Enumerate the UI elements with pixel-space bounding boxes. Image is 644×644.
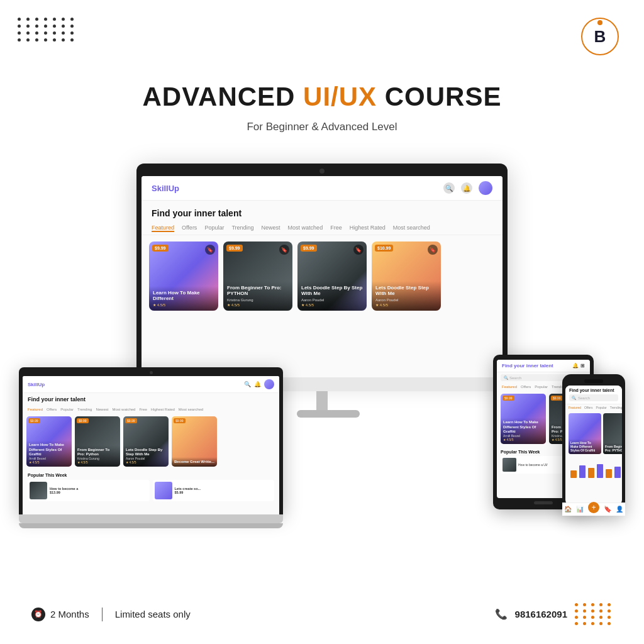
ipad-nav-popular[interactable]: Popular [535, 385, 548, 389]
laptop-card-price-1: $9.99 [28, 418, 40, 423]
iphone-nav-popular[interactable]: Popular [596, 406, 607, 409]
nav-item-most-searched[interactable]: Most searched [393, 225, 430, 232]
laptop-search-icon[interactable]: 🔍 [244, 381, 251, 387]
monitor-camera [319, 169, 325, 174]
bookmark-icon-3[interactable]: 🔖 [353, 245, 364, 255]
iphone-card-title-1: Learn How To Make Different Styles Of Gr… [570, 441, 599, 452]
course-card-1[interactable]: $9.99 🔖 Learn How To Make Different ★ 4.… [149, 242, 218, 311]
laptop-nav-popular[interactable]: Popular [60, 408, 74, 411]
ipad-card-price-2: $9.99 [551, 396, 563, 401]
laptop-notif-icon[interactable]: 🔔 [254, 381, 261, 387]
notification-icon[interactable]: 🔔 [461, 182, 472, 194]
course-card-4[interactable]: $10.99 🔖 Lets Doodle Step Step With Me A… [372, 242, 441, 311]
ipad-filter-icon[interactable]: ⊞ [580, 363, 585, 369]
laptop-card-1[interactable]: $9.99 Learn How To Make Different Styles… [26, 416, 72, 467]
card-instructor-3: Aaron Poudel [301, 298, 363, 302]
card-price-4: $10.99 [375, 245, 393, 252]
ipad-card-1[interactable]: $9.99 Learn How To Make Different Styles… [501, 394, 546, 444]
card-content-3: Lets Doodle Step By Step With Me Aaron P… [297, 281, 367, 311]
laptop-card-title-3: Lets Doodle Step By Step With Me [126, 448, 166, 457]
search-icon[interactable]: 🔍 [443, 182, 455, 194]
laptop-card-title-2: From Beginner To Pro: Python [77, 448, 118, 457]
card-title-3: Lets Doodle Step By Step With Me [301, 285, 363, 297]
popular-item-2[interactable]: Lets create so...$5.99 [153, 480, 275, 501]
duration-text: 2 Months [50, 609, 89, 619]
iphone-cards: Learn How To Make Different Styles Of Gr… [565, 411, 622, 457]
app-course-cards: $9.99 🔖 Learn How To Make Different ★ 4.… [142, 235, 502, 317]
iphone-card-1[interactable]: Learn How To Make Different Styles Of Gr… [569, 413, 601, 454]
laptop-app-nav: Featured Offers Popular Trending Newest … [23, 406, 279, 413]
popular-item-1[interactable]: How to become a$13.99 [28, 480, 150, 501]
iphone-chart-area [565, 457, 622, 483]
ipad-nav-featured[interactable]: Featured [502, 385, 517, 389]
title-part2: COURSE [377, 82, 501, 111]
footer: ⏰ 2 Months Limited seats only 📞 98161620… [0, 603, 644, 625]
nav-item-featured[interactable]: Featured [152, 225, 174, 232]
card-title-2: From Beginner To Pro: PYTHON [227, 285, 289, 297]
laptop-card-rating-2: ★ 4.5/5 [77, 460, 118, 464]
laptop-nav-highestrated[interactable]: Highest Rated [151, 408, 175, 411]
ipad-home-button[interactable] [534, 501, 553, 504]
stand-neck [316, 391, 328, 410]
nav-item-trending[interactable]: Trending [231, 225, 253, 232]
title-part1: ADVANCED [143, 82, 304, 111]
laptop-card-3[interactable]: $9.99 Lets Doodle Step By Step With Me A… [123, 416, 169, 467]
ipad-header: Find your inner talent 🔔 ⊞ [497, 360, 590, 372]
nav-item-offers[interactable]: Offers [182, 225, 197, 232]
ipad-notif-icon[interactable]: 🔔 [572, 363, 579, 369]
user-avatar[interactable] [479, 181, 492, 195]
laptop-nav-mostwatched[interactable]: Most watched [112, 408, 135, 411]
bookmark-icon-1[interactable]: 🔖 [205, 245, 215, 255]
ipad-search-placeholder: Search [509, 376, 521, 380]
nav-item-most-watched[interactable]: Most watched [288, 225, 323, 232]
course-card-2[interactable]: $9.99 🔖 From Beginner To Pro: PYTHON Kri… [223, 242, 292, 311]
iphone-card-2[interactable]: From Beginner To Pro: PYTHON [603, 413, 622, 454]
iphone-search-placeholder: Search [578, 396, 590, 400]
app-header: SkillUp 🔍 🔔 [142, 176, 502, 201]
decorative-dots-top-left [18, 18, 75, 42]
laptop-card-rating-3: ★ 4.5/5 [126, 460, 166, 464]
app-header-icons: 🔍 🔔 [443, 181, 492, 195]
laptop-nav-free[interactable]: Free [139, 408, 147, 411]
iphone-card-title-2: From Beginner To Pro: PYTHON [605, 445, 622, 452]
laptop-nav-newest[interactable]: Newest [96, 408, 108, 411]
app-logo-text: SkillUp [152, 184, 179, 193]
laptop-device: SkillUp 🔍 🔔 Find your inner talent Featu… [19, 367, 283, 528]
footer-divider [102, 608, 103, 621]
popular-items: How to become a$13.99 Lets create so...$… [28, 480, 274, 501]
laptop-nav-featured[interactable]: Featured [28, 408, 43, 411]
nav-item-newest[interactable]: Newest [262, 225, 280, 232]
laptop-app-logo: SkillUp [28, 382, 45, 387]
card-price-1: $9.99 [152, 245, 169, 252]
nav-item-highest-rated[interactable]: Highest Rated [350, 225, 386, 232]
card-rating-1: ★ 4.5/5 [153, 303, 214, 307]
nav-item-popular[interactable]: Popular [204, 225, 224, 232]
laptop-avatar[interactable] [264, 379, 274, 389]
laptop-card-4[interactable]: $9.99 Become Great Writie... [172, 416, 217, 467]
footer-left: ⏰ 2 Months Limited seats only [31, 608, 191, 621]
laptop-screen: SkillUp 🔍 🔔 Find your inner talent Featu… [23, 376, 279, 514]
laptop-card-2[interactable]: $9.99 From Beginner To Pro: Python Krist… [75, 416, 120, 467]
iphone-nav-offers[interactable]: Offers [584, 406, 593, 409]
iphone-card-content-2: From Beginner To Pro: PYTHON [603, 443, 622, 454]
nav-item-free[interactable]: Free [330, 225, 342, 232]
svg-rect-5 [614, 467, 621, 478]
iphone-search-bar[interactable]: 🔍 Search [569, 394, 618, 401]
laptop-nav-mostsearched[interactable]: Most searched [179, 408, 203, 411]
ipad-search-icon: 🔍 [504, 375, 508, 380]
bookmark-icon-2[interactable]: 🔖 [279, 245, 289, 255]
card-rating-3: ★ 4.5/5 [301, 303, 363, 307]
course-card-3[interactable]: $9.99 🔖 Lets Doodle Step By Step With Me… [297, 242, 367, 311]
iphone-nav-featured[interactable]: Featured [569, 406, 581, 409]
iphone-fab-button[interactable]: + [588, 502, 599, 505]
iphone-nav-trending[interactable]: Trending [610, 406, 622, 409]
iphone-search-icon: 🔍 [572, 396, 576, 400]
laptop-hero-title: Find your inner talent [23, 393, 279, 406]
ipad-nav-offers[interactable]: Offers [521, 385, 531, 389]
laptop-card-content-1: Learn How To Make Different Styles Of Gr… [26, 440, 72, 467]
laptop-nav-offers[interactable]: Offers [47, 408, 57, 411]
laptop-nav-trending[interactable]: Trending [77, 408, 92, 411]
bookmark-icon-4[interactable]: 🔖 [428, 245, 438, 255]
laptop-camera [150, 371, 153, 374]
app-hero-title: Find your inner talent [152, 208, 492, 218]
